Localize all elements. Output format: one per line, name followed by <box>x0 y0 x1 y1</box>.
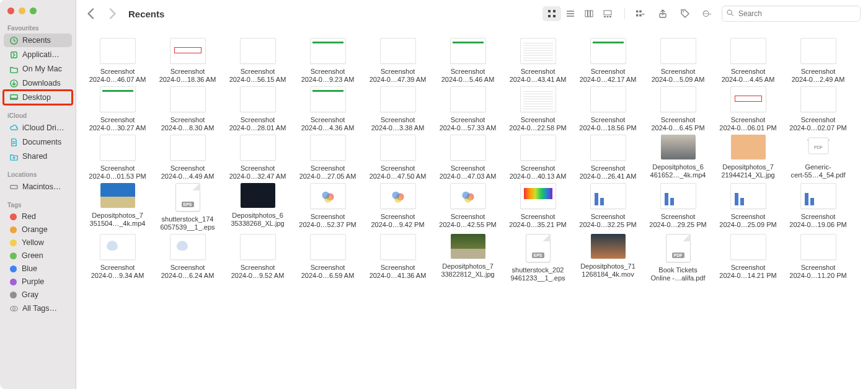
gallery-view-button[interactable] <box>598 6 617 21</box>
file-item[interactable]: Screenshot2024-0…47.03 AM <box>433 135 503 181</box>
file-item[interactable]: PDFGeneric-cert-55…4_54.pdf <box>783 135 853 181</box>
file-item[interactable]: Screenshot2024-0…56.15 AM <box>223 38 293 84</box>
file-item[interactable]: Screenshot2024-0…5.46 AM <box>433 38 503 84</box>
file-item[interactable]: Screenshot2024-0…57.33 AM <box>433 86 503 132</box>
file-item[interactable]: Screenshot2024-0…4.49 AM <box>153 135 223 181</box>
zoom-window-button[interactable] <box>30 7 37 14</box>
file-item[interactable]: Screenshot2024-0…5.09 AM <box>643 38 713 84</box>
search-field[interactable] <box>722 6 861 22</box>
favourites-item[interactable]: Desktop <box>4 91 72 104</box>
file-item[interactable]: Screenshot2024-0…32.25 PM <box>573 183 643 231</box>
icloud-item[interactable]: Documents <box>4 135 72 149</box>
locations-item[interactable]: Macintos… <box>4 180 72 194</box>
file-item[interactable]: Depositphotos_7351504…_4k.mp4 <box>82 183 153 231</box>
list-view-button[interactable] <box>561 6 580 21</box>
tag-item[interactable]: Yellow <box>4 236 72 249</box>
file-item[interactable]: Screenshot2024-0…9.23 AM <box>293 38 363 84</box>
file-item[interactable]: Screenshot2024-0…52.37 PM <box>293 183 363 231</box>
file-item[interactable]: Screenshot2024-0…9.34 AM <box>82 234 153 282</box>
file-item[interactable]: Depositphotos_6461652…_4k.mp4 <box>643 135 713 181</box>
file-item[interactable]: Screenshot2024-0…40.13 AM <box>503 135 573 181</box>
file-thumbnail <box>100 234 136 260</box>
file-item[interactable]: Screenshot2024-0…30.27 AM <box>82 86 153 132</box>
file-item[interactable]: Screenshot2024-0…14.21 PM <box>713 234 783 282</box>
file-item[interactable]: Screenshot2024-0…47.39 AM <box>363 38 433 84</box>
tag-item[interactable]: Green <box>4 249 72 262</box>
svg-point-6 <box>16 186 16 187</box>
minimize-window-button[interactable] <box>19 7 25 14</box>
file-item[interactable]: PDFBook TicketsOnline -…alifa.pdf <box>643 234 713 282</box>
file-item[interactable]: Depositphotos_711268184_4k.mov <box>573 234 643 282</box>
file-item[interactable]: Screenshot2024-0…25.09 PM <box>713 183 783 231</box>
action-menu-button[interactable] <box>699 6 715 22</box>
file-item[interactable]: Screenshot2024-0…4.36 AM <box>293 86 363 132</box>
file-item[interactable]: Screenshot2024-0…6.24 AM <box>153 234 223 282</box>
file-item[interactable]: Screenshot2024-0…11.20 PM <box>783 234 853 282</box>
back-button[interactable] <box>84 6 99 21</box>
search-input[interactable] <box>737 9 856 19</box>
file-item[interactable]: Depositphotos_733822812_XL.jpg <box>433 234 503 282</box>
file-item[interactable]: Screenshot2024-0…32.47 AM <box>223 135 293 181</box>
tag-item[interactable]: Purple <box>4 275 72 288</box>
icon-view-button[interactable] <box>542 6 561 21</box>
forward-button[interactable] <box>105 6 120 21</box>
file-item[interactable]: EPSshutterstock_2029461233__1_.eps <box>503 234 573 282</box>
file-item[interactable]: Screenshot2024-0…22.58 PM <box>503 86 573 132</box>
file-item[interactable]: Screenshot2024-0…4.45 AM <box>713 38 783 84</box>
tag-item[interactable]: All Tags… <box>4 302 72 315</box>
file-name: Depositphotos_635338268_XL.jpg <box>225 212 290 228</box>
file-item[interactable]: Screenshot2024-0…9.52 AM <box>223 234 293 282</box>
favourites-item[interactable]: Applicati… <box>4 48 72 61</box>
file-item[interactable]: Screenshot2024-0…28.01 AM <box>223 86 293 132</box>
column-view-button[interactable] <box>580 6 598 21</box>
close-window-button[interactable] <box>7 7 14 14</box>
file-item[interactable]: Screenshot2024-0…26.41 AM <box>573 135 643 181</box>
file-item[interactable]: Screenshot2024-0…43.41 AM <box>503 38 573 84</box>
file-item[interactable]: Screenshot2024-0…46.07 AM <box>82 38 153 84</box>
favourites-item[interactable]: Downloads <box>4 76 72 90</box>
file-item[interactable]: EPSshutterstock_1746057539__1_.eps <box>153 183 223 231</box>
file-item[interactable]: Screenshot2024-0…19.06 PM <box>783 183 853 231</box>
tag-item[interactable]: Gray <box>4 288 72 301</box>
tag-item[interactable]: Orange <box>4 223 72 236</box>
group-by-button[interactable] <box>632 6 649 22</box>
file-item[interactable]: Screenshot2024-0…6.45 PM <box>643 86 713 132</box>
file-item[interactable]: Screenshot2024-0…9.42 PM <box>363 183 433 231</box>
share-button[interactable] <box>655 6 671 22</box>
file-name: Screenshot2024-0…8.30 AM <box>155 116 220 132</box>
file-thumbnail <box>170 234 206 260</box>
cloud-icon <box>9 123 19 133</box>
tag-item[interactable]: Blue <box>4 262 72 275</box>
file-item[interactable]: Screenshot2024-0…06.01 PM <box>713 86 783 132</box>
file-name: Screenshot2024-0…4.36 AM <box>295 116 360 132</box>
tag-item[interactable]: Red <box>4 210 72 223</box>
file-item[interactable]: Screenshot2024-0…27.05 AM <box>293 135 363 181</box>
file-item[interactable]: Screenshot2024-0…6.59 AM <box>293 234 363 282</box>
tags-button[interactable] <box>677 6 693 22</box>
file-name: Screenshot2024-0…47.39 AM <box>365 68 430 84</box>
file-item[interactable]: Screenshot2024-0…2.49 AM <box>783 38 853 84</box>
file-item[interactable]: Screenshot2024-0…18.36 AM <box>153 38 223 84</box>
file-item[interactable]: Screenshot2024-0…01.53 PM <box>82 135 153 181</box>
file-item[interactable]: Screenshot2024-0…47.50 AM <box>363 135 433 181</box>
file-thumbnail <box>380 38 416 64</box>
favourites-item[interactable]: On My Mac <box>4 62 72 76</box>
file-name: Screenshot2024-0…9.42 PM <box>365 213 430 229</box>
search-icon <box>726 9 734 19</box>
desktop-icon <box>9 92 19 102</box>
icloud-item[interactable]: Shared <box>4 150 72 163</box>
file-item[interactable]: Screenshot2024-0…29.25 PM <box>643 183 713 231</box>
file-item[interactable]: Screenshot2024-0…42.17 AM <box>573 38 643 84</box>
file-item[interactable]: Screenshot2024-0…35.21 PM <box>503 183 573 231</box>
file-name: Screenshot2024-0…3.38 AM <box>365 116 430 132</box>
file-item[interactable]: Screenshot2024-0…8.30 AM <box>153 86 223 132</box>
icloud-item[interactable]: iCloud Dri… <box>4 121 72 135</box>
file-item[interactable]: Screenshot2024-0…18.56 PM <box>573 86 643 132</box>
file-item[interactable]: Depositphotos_635338268_XL.jpg <box>223 183 293 231</box>
favourites-item[interactable]: Recents <box>4 34 72 47</box>
file-item[interactable]: Screenshot2024-0…02.07 PM <box>783 86 853 132</box>
file-item[interactable]: Depositphotos_721944214_XL.jpg <box>713 135 783 181</box>
file-item[interactable]: Screenshot2024-0…41.36 AM <box>363 234 433 282</box>
file-item[interactable]: Screenshot2024-0…42.55 PM <box>433 183 503 231</box>
file-item[interactable]: Screenshot2024-0…3.38 AM <box>363 86 433 132</box>
